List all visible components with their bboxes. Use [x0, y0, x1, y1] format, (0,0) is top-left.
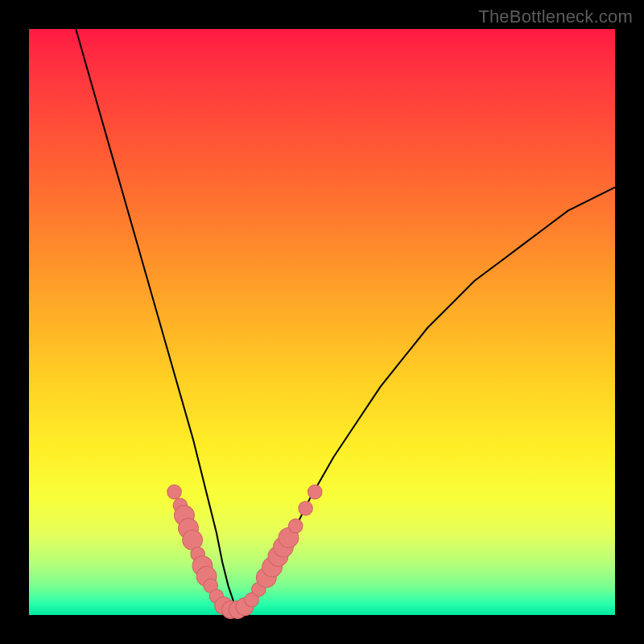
chart-overlay — [29, 29, 615, 615]
data-marker — [167, 485, 181, 498]
watermark-text: TheBottleneck.com — [478, 6, 633, 27]
data-marker — [299, 502, 312, 515]
data-marker — [308, 485, 322, 498]
data-marker — [289, 519, 303, 533]
chart-frame: TheBottleneck.com — [0, 0, 644, 644]
marker-group — [167, 485, 322, 618]
bottleneck-curve — [76, 29, 615, 609]
